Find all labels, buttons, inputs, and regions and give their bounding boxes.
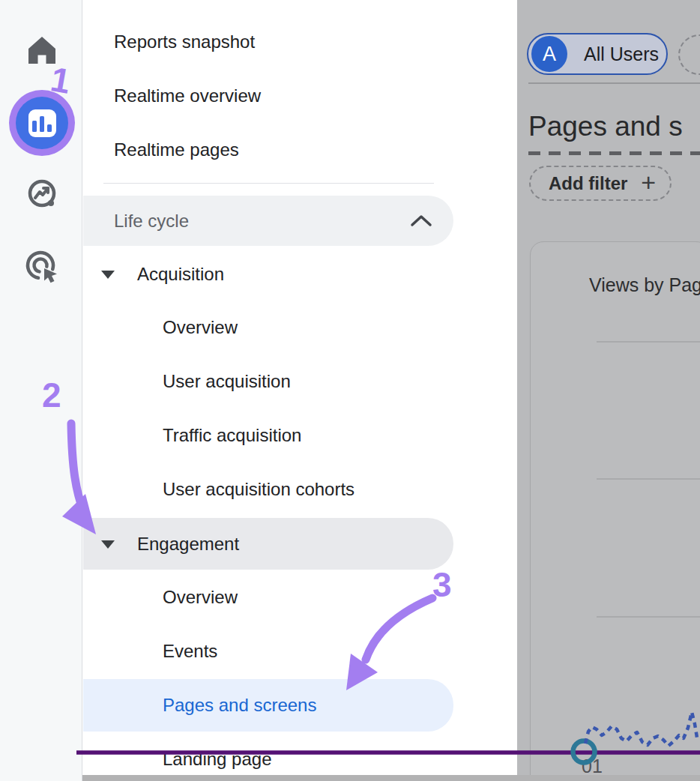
audience-chip-label: All Users xyxy=(584,43,659,65)
nav-divider xyxy=(103,183,434,184)
nav-item-engagement-overview[interactable]: Overview xyxy=(83,572,453,623)
nav-item-label: Pages and screens xyxy=(163,695,316,716)
views-by-page-card: Views by Pag xyxy=(530,241,700,781)
chevron-up-icon[interactable] xyxy=(410,214,432,227)
nav-group-acquisition[interactable]: Acquisition xyxy=(83,249,453,300)
nav-item-label: Overview xyxy=(163,587,238,608)
nav-item-user-acquisition[interactable]: User acquisition xyxy=(83,356,453,407)
add-filter-label: Add filter xyxy=(549,173,627,194)
chart-x-axis-tick: 01 xyxy=(582,756,603,777)
ga4-window: Reports snapshot Realtime overview Realt… xyxy=(0,0,700,781)
nav-item-user-acquisition-cohorts[interactable]: User acquisition cohorts xyxy=(83,464,453,515)
nav-item-label: Overview xyxy=(163,317,238,338)
explore-icon[interactable] xyxy=(25,178,59,212)
page-title: Pages and s xyxy=(528,111,700,142)
nav-item-label: User acquisition cohorts xyxy=(163,479,354,500)
plus-icon: + xyxy=(641,169,656,195)
nav-item-label: Realtime pages xyxy=(114,139,239,160)
advertising-icon[interactable] xyxy=(25,250,61,286)
nav-item-pages-and-screens[interactable]: Pages and screens xyxy=(83,679,453,732)
nav-item-label: User acquisition xyxy=(163,371,291,392)
add-filter-button[interactable]: Add filter + xyxy=(529,166,672,201)
section-header-life-cycle[interactable]: Life cycle xyxy=(83,196,453,246)
nav-item-label: Landing page xyxy=(163,749,271,770)
nav-item-reports-snapshot[interactable]: Reports snapshot xyxy=(83,16,453,67)
nav-item-events[interactable]: Events xyxy=(83,626,453,677)
all-users-chip[interactable]: A All Users xyxy=(527,33,668,75)
audience-avatar: A xyxy=(531,36,567,72)
chart-gridline xyxy=(597,341,700,343)
card-title: Views by Pag xyxy=(589,274,700,296)
nav-group-label: Engagement xyxy=(137,534,239,555)
chart-gridline xyxy=(597,616,700,618)
horizontal-scrollbar[interactable] xyxy=(82,775,700,781)
add-comparison-chip-partial[interactable] xyxy=(678,34,700,75)
nav-group-engagement[interactable]: Engagement xyxy=(83,518,453,570)
nav-group-label: Acquisition xyxy=(137,264,224,285)
section-label: Life cycle xyxy=(114,211,189,232)
reports-nav-panel: Reports snapshot Realtime overview Realt… xyxy=(83,0,517,781)
nav-item-label: Reports snapshot xyxy=(114,31,255,52)
arrow-drop-down-icon[interactable] xyxy=(101,271,115,279)
nav-item-label: Traffic acquisition xyxy=(163,425,301,446)
nav-item-label: Events xyxy=(163,641,217,662)
nav-item-label: Realtime overview xyxy=(114,85,261,106)
nav-item-landing-page[interactable]: Landing page xyxy=(83,734,453,781)
home-icon[interactable] xyxy=(25,33,59,67)
title-dashed-underline xyxy=(528,151,700,155)
app-icon-rail xyxy=(0,0,82,781)
nav-item-acquisition-overview[interactable]: Overview xyxy=(83,302,453,353)
bar-chart-icon xyxy=(28,109,56,137)
nav-item-realtime-overview[interactable]: Realtime overview xyxy=(83,70,453,121)
header-divider xyxy=(528,82,700,84)
chart-gridline xyxy=(597,478,700,480)
nav-item-traffic-acquisition[interactable]: Traffic acquisition xyxy=(83,410,453,461)
report-content-dimmed: A All Users Pages and s Add filter + Vie… xyxy=(517,0,700,781)
reports-icon-circle xyxy=(16,97,68,149)
reports-icon[interactable] xyxy=(9,90,75,156)
nav-item-realtime-pages[interactable]: Realtime pages xyxy=(83,124,453,175)
arrow-drop-down-icon[interactable] xyxy=(101,540,115,549)
